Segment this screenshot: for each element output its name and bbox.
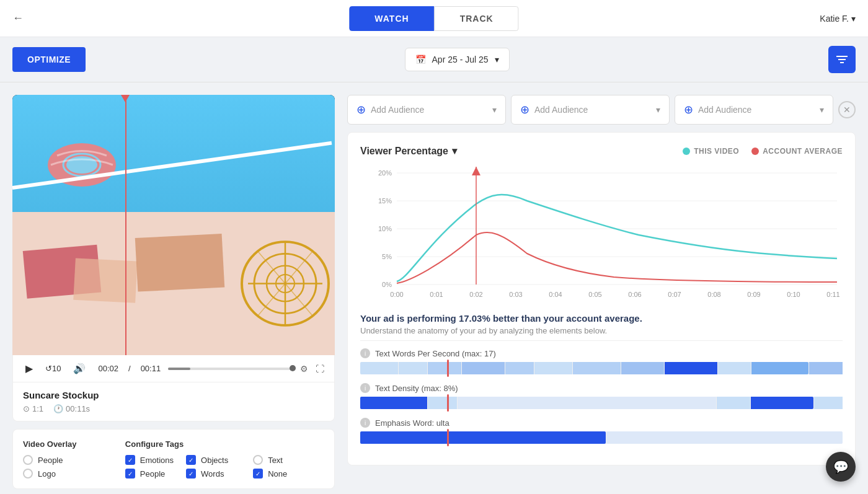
perf-subtitle: Understand the anatomy of your ad by ana… — [360, 326, 843, 335]
radio-people — [23, 455, 33, 465]
radio-text — [253, 455, 263, 465]
video-container — [12, 95, 335, 355]
audience-label-1: Add Audience — [371, 105, 424, 115]
audience-label-2: Add Audience — [534, 105, 588, 115]
audience-chevron-3: ▾ — [820, 105, 824, 115]
tag-words[interactable]: ✓ Words — [186, 469, 228, 479]
tag-words-label: Words — [201, 469, 224, 479]
date-range-label: Apr 25 - Jul 25 — [432, 55, 489, 64]
legend-dot-account-avg — [751, 148, 759, 155]
bar-track-2 — [360, 397, 843, 409]
check-objects: ✓ — [186, 455, 196, 465]
legend-account-avg-label: ACCOUNT AVERAGE — [763, 147, 843, 156]
back-button[interactable]: ← — [12, 12, 24, 25]
audience-close-button[interactable]: ✕ — [838, 101, 856, 118]
overlay-option-people[interactable]: People — [23, 455, 94, 465]
svg-text:0:06: 0:06 — [628, 291, 641, 298]
svg-text:0:03: 0:03 — [509, 291, 522, 298]
plus-icon-1: ⊕ — [356, 103, 366, 117]
legend-this-video-label: THIS VIDEO — [694, 147, 739, 156]
video-controls: ▶ ↺10 🔊 00:02 / 00:11 ⚙ ⛶ — [12, 355, 335, 382]
tags-row: Video Overlay People Logo Confi — [23, 439, 324, 479]
playhead-overlay — [125, 95, 126, 355]
analysis-label-3: i Emphasis Word: ulta — [360, 418, 843, 428]
user-menu-button[interactable]: Katie F. ▾ — [820, 14, 856, 24]
current-time: 00:02 — [98, 364, 118, 373]
radio-logo — [23, 469, 33, 479]
svg-marker-41 — [472, 167, 480, 175]
volume-button[interactable]: 🔊 — [71, 361, 88, 376]
configure-tags-section: Configure Tags ✓ Emotions ✓ Objects ✓ Pe — [125, 439, 228, 479]
video-duration: 🕐 00:11s — [53, 404, 90, 413]
svg-text:0:05: 0:05 — [588, 291, 601, 298]
configure-tags-title: Configure Tags — [125, 439, 228, 449]
chart-svg: 20% 15% 10% 5% 0% 0:00 0:01 0:02 0:03 0:… — [360, 167, 843, 303]
audience-selector-3[interactable]: ⊕ Add Audience ▾ — [675, 95, 833, 125]
audience-bar: ⊕ Add Audience ▾ ⊕ Add Audience ▾ ⊕ Add … — [347, 95, 856, 125]
tab-watch[interactable]: WATCH — [349, 6, 434, 31]
text-none-options: Text ✓ None — [253, 455, 324, 479]
audience-selector-1[interactable]: ⊕ Add Audience ▾ — [347, 95, 506, 125]
overlay-options: People Logo — [23, 455, 94, 479]
beach-scene — [12, 212, 335, 355]
tag-people-label: People — [140, 469, 165, 479]
filter-icon — [836, 55, 848, 64]
chart-area: 20% 15% 10% 5% 0% 0:00 0:01 0:02 0:03 0:… — [360, 167, 843, 303]
overlay-title: Video Overlay — [23, 439, 94, 449]
check-words: ✓ — [186, 469, 196, 479]
bar-segments-2 — [360, 397, 843, 409]
cursor-overlay-3 — [447, 429, 449, 446]
text-none-section: . Text ✓ None — [253, 439, 324, 479]
overlay-section: Video Overlay People Logo — [23, 439, 94, 479]
overlay-option-text[interactable]: Text — [253, 455, 324, 465]
info-icon-2: i — [360, 383, 370, 393]
svg-text:0:00: 0:00 — [390, 291, 403, 298]
tag-emotions[interactable]: ✓ Emotions — [125, 455, 174, 465]
configure-tags-grid: ✓ Emotions ✓ Objects ✓ People ✓ — [125, 455, 228, 479]
settings-button[interactable]: ⚙ — [300, 364, 308, 374]
check-people: ✓ — [125, 469, 135, 479]
subheader: OPTIMIZE 📅 Apr 25 - Jul 25 ▾ — [0, 37, 868, 82]
tag-objects[interactable]: ✓ Objects — [186, 455, 228, 465]
video-title: Suncare Stockup — [23, 390, 324, 400]
tag-objects-label: Objects — [201, 456, 228, 465]
optimize-button[interactable]: OPTIMIZE — [12, 47, 86, 72]
audience-chevron-2: ▾ — [656, 105, 660, 115]
tab-track[interactable]: TRACK — [435, 6, 519, 31]
analysis-text-1: Text Words Per Second (max: 17) — [375, 349, 496, 358]
play-button[interactable]: ▶ — [23, 361, 35, 376]
svg-text:10%: 10% — [378, 225, 392, 232]
cursor-overlay-2 — [447, 394, 449, 412]
overlay-option-none[interactable]: ✓ None — [253, 469, 324, 479]
chart-chevron-icon: ▾ — [452, 145, 457, 157]
video-ratio: ⊙ 1:1 — [23, 404, 43, 413]
tag-people[interactable]: ✓ People — [125, 469, 174, 479]
audience-chevron-1: ▾ — [492, 105, 497, 115]
ratio-value: 1:1 — [32, 404, 43, 413]
bar-segments-1 — [360, 362, 843, 374]
svg-text:5%: 5% — [382, 253, 392, 260]
replay-button[interactable]: ↺10 — [43, 363, 63, 374]
overlay-text-label: Text — [268, 456, 283, 465]
legend-dot-this-video — [683, 148, 690, 155]
progress-bar[interactable] — [168, 368, 293, 370]
analysis-text-2: Text Density (max: 8%) — [375, 384, 458, 393]
svg-text:0:07: 0:07 — [668, 291, 681, 298]
overlay-logo-label: Logo — [38, 469, 56, 479]
chart-title[interactable]: Viewer Percentage ▾ — [360, 145, 457, 157]
video-thumbnail — [12, 95, 335, 355]
fullscreen-button[interactable]: ⛶ — [316, 364, 324, 374]
svg-text:15%: 15% — [378, 197, 392, 205]
overlay-option-logo[interactable]: Logo — [23, 469, 94, 479]
svg-text:0:10: 0:10 — [787, 291, 800, 298]
right-panel: ⊕ Add Audience ▾ ⊕ Add Audience ▾ ⊕ Add … — [347, 95, 856, 489]
audience-selector-2[interactable]: ⊕ Add Audience ▾ — [511, 95, 670, 125]
overlay-people-label: People — [38, 456, 63, 465]
analysis-item-2: i Text Density (max: 8%) — [360, 383, 843, 409]
plus-icon-3: ⊕ — [684, 103, 693, 117]
tab-group: WATCH TRACK — [349, 6, 518, 31]
date-picker[interactable]: 📅 Apr 25 - Jul 25 ▾ — [405, 48, 510, 71]
cursor-overlay-1 — [447, 359, 449, 377]
chat-button[interactable]: 💬 — [826, 452, 856, 482]
filter-button[interactable] — [828, 46, 856, 73]
